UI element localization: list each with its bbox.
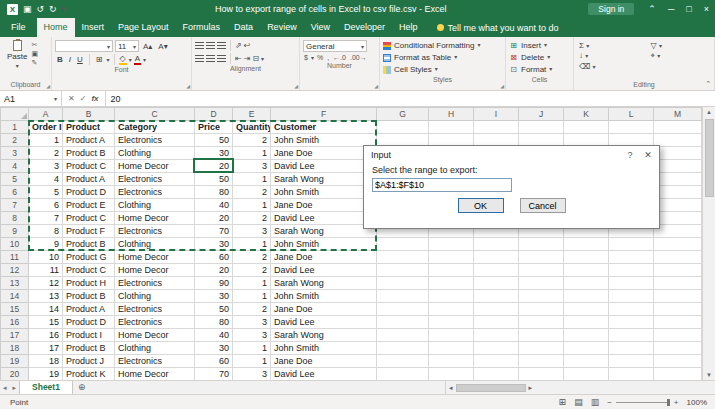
cell[interactable]: 17 bbox=[29, 342, 63, 355]
alignment-dialog-launcher-icon[interactable]: ◢ bbox=[294, 83, 298, 89]
cell[interactable]: 1 bbox=[233, 355, 271, 368]
cell[interactable] bbox=[474, 342, 519, 355]
cell[interactable]: 20 bbox=[195, 264, 233, 277]
scroll-up-icon[interactable]: ▲ bbox=[706, 107, 712, 117]
cell[interactable]: David Lee bbox=[271, 368, 377, 381]
row-header-20[interactable]: 20 bbox=[1, 368, 29, 381]
cell[interactable] bbox=[519, 264, 564, 277]
tab-insert[interactable]: Insert bbox=[75, 18, 112, 37]
cell[interactable]: Jane Doe bbox=[271, 355, 377, 368]
cell[interactable] bbox=[519, 329, 564, 342]
cell[interactable]: Clothing bbox=[115, 342, 195, 355]
row-header-15[interactable]: 15 bbox=[1, 303, 29, 316]
font-color-icon[interactable]: A bbox=[134, 55, 141, 65]
cell[interactable]: 1 bbox=[233, 342, 271, 355]
cell[interactable]: David Lee bbox=[271, 212, 377, 225]
cell[interactable] bbox=[654, 329, 702, 342]
scroll-down-icon[interactable]: ▼ bbox=[706, 370, 712, 380]
cell[interactable] bbox=[654, 147, 702, 160]
cell[interactable] bbox=[654, 134, 702, 147]
column-header-k[interactable]: K bbox=[564, 108, 609, 121]
cell[interactable] bbox=[654, 212, 702, 225]
column-header-e[interactable]: E bbox=[233, 108, 271, 121]
cell[interactable] bbox=[564, 329, 609, 342]
cell[interactable]: 30 bbox=[195, 290, 233, 303]
cell[interactable] bbox=[429, 368, 474, 381]
delete-cells-button[interactable]: ⊠ Delete▾ bbox=[509, 52, 570, 63]
tab-data[interactable]: Data bbox=[227, 18, 260, 37]
zoom-out-button[interactable]: − bbox=[603, 398, 616, 407]
vertical-scrollbar[interactable]: ▲ ▼ bbox=[702, 107, 715, 380]
cell[interactable]: 20 bbox=[195, 160, 233, 173]
cell[interactable] bbox=[377, 264, 429, 277]
cell[interactable] bbox=[519, 368, 564, 381]
row-header-5[interactable]: 5 bbox=[1, 173, 29, 186]
cell[interactable]: David Lee bbox=[271, 264, 377, 277]
cell[interactable]: Home Decor bbox=[115, 251, 195, 264]
cell[interactable] bbox=[474, 329, 519, 342]
cell[interactable] bbox=[377, 251, 429, 264]
cell[interactable]: David Lee bbox=[271, 316, 377, 329]
tab-file[interactable]: File bbox=[0, 18, 37, 37]
column-header-i[interactable]: I bbox=[474, 108, 519, 121]
cell[interactable]: 2 bbox=[233, 264, 271, 277]
cell[interactable] bbox=[377, 121, 429, 134]
cell[interactable] bbox=[474, 277, 519, 290]
cell[interactable] bbox=[474, 264, 519, 277]
cell[interactable] bbox=[377, 316, 429, 329]
format-as-table-button[interactable]: Format as Table▾ bbox=[383, 52, 502, 63]
cell[interactable]: 16 bbox=[29, 329, 63, 342]
italic-button[interactable]: I bbox=[67, 55, 73, 64]
cell[interactable]: Electronics bbox=[115, 316, 195, 329]
cell[interactable]: Clothing bbox=[115, 238, 195, 251]
cell[interactable]: 4 bbox=[29, 173, 63, 186]
row-header-18[interactable]: 18 bbox=[1, 342, 29, 355]
format-painter-icon[interactable]: ✎ bbox=[31, 59, 38, 67]
column-header-a[interactable]: A bbox=[29, 108, 63, 121]
cell[interactable] bbox=[654, 264, 702, 277]
cell[interactable]: 11 bbox=[29, 264, 63, 277]
cell[interactable] bbox=[474, 355, 519, 368]
merge-center-icon[interactable]: ⊟ bbox=[252, 54, 259, 63]
formula-input[interactable]: 20 bbox=[106, 91, 715, 106]
column-header-b[interactable]: B bbox=[63, 108, 115, 121]
cell[interactable] bbox=[474, 303, 519, 316]
row-header-10[interactable]: 10 bbox=[1, 238, 29, 251]
cell[interactable]: 3 bbox=[233, 160, 271, 173]
cell[interactable]: Electronics bbox=[115, 186, 195, 199]
sign-in-button[interactable]: Sign in bbox=[588, 3, 634, 15]
cell[interactable]: Electronics bbox=[115, 225, 195, 238]
cell[interactable] bbox=[519, 251, 564, 264]
cell[interactable] bbox=[564, 342, 609, 355]
cell[interactable] bbox=[654, 160, 702, 173]
clipboard-dialog-launcher-icon[interactable]: ◢ bbox=[46, 83, 50, 89]
cell[interactable] bbox=[519, 342, 564, 355]
cell[interactable] bbox=[429, 121, 474, 134]
column-header-c[interactable]: C bbox=[115, 108, 195, 121]
cell[interactable] bbox=[654, 225, 702, 238]
add-sheet-button[interactable]: ⊕ bbox=[73, 381, 91, 394]
cell[interactable] bbox=[609, 238, 654, 251]
cell[interactable]: Home Decor bbox=[115, 212, 195, 225]
cell[interactable]: Product A bbox=[63, 303, 115, 316]
close-icon[interactable]: × bbox=[698, 0, 715, 18]
cell[interactable] bbox=[519, 316, 564, 329]
cell[interactable] bbox=[609, 303, 654, 316]
comma-style-icon[interactable]: , bbox=[326, 54, 330, 61]
bold-button[interactable]: B bbox=[55, 55, 65, 64]
tab-developer[interactable]: Developer bbox=[337, 18, 392, 37]
tab-help[interactable]: Help bbox=[392, 18, 425, 37]
vscroll-thumb[interactable] bbox=[705, 119, 714, 197]
cell[interactable] bbox=[654, 342, 702, 355]
align-right-icon[interactable] bbox=[217, 55, 226, 62]
cell[interactable]: David Lee bbox=[271, 160, 377, 173]
cell[interactable]: 50 bbox=[195, 303, 233, 316]
cell[interactable] bbox=[519, 238, 564, 251]
cell[interactable]: Product B bbox=[63, 147, 115, 160]
cell[interactable]: Electronics bbox=[115, 303, 195, 316]
cell[interactable] bbox=[654, 368, 702, 381]
zoom-slider-thumb[interactable] bbox=[667, 399, 670, 406]
autosum-button[interactable]: Σ ▾ bbox=[579, 41, 643, 50]
cell[interactable] bbox=[474, 238, 519, 251]
cell[interactable]: Home Decor bbox=[115, 160, 195, 173]
